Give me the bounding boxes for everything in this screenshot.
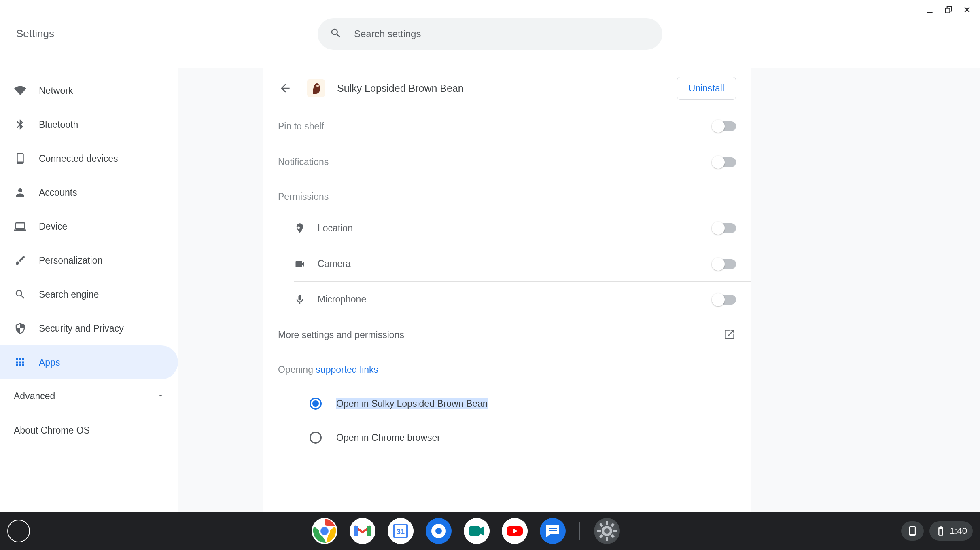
shelf-app-chrome[interactable] bbox=[312, 518, 337, 544]
laptop-icon bbox=[14, 220, 27, 233]
svg-rect-23 bbox=[549, 530, 557, 531]
pin-to-shelf-row: Pin to shelf bbox=[263, 108, 751, 144]
notifications-toggle[interactable] bbox=[713, 157, 736, 167]
sidebar-item-device[interactable]: Device bbox=[0, 209, 178, 243]
microphone-icon bbox=[294, 294, 305, 305]
opening-supported-links: Opening supported links bbox=[263, 353, 751, 387]
shelf-app-files[interactable] bbox=[426, 518, 452, 544]
svg-rect-31 bbox=[611, 523, 615, 527]
sidebar-item-label: Search engine bbox=[39, 289, 99, 300]
permissions-header: Permissions bbox=[263, 180, 751, 210]
supported-links-link[interactable]: supported links bbox=[316, 364, 378, 375]
sidebar-item-label: Personalization bbox=[39, 255, 102, 266]
more-settings-label: More settings and permissions bbox=[278, 330, 723, 341]
sidebar-item-personalization[interactable]: Personalization bbox=[0, 243, 178, 277]
microphone-toggle[interactable] bbox=[713, 295, 736, 305]
sidebar-item-search-engine[interactable]: Search engine bbox=[0, 277, 178, 311]
sidebar-item-label: Connected devices bbox=[39, 153, 118, 164]
notifications-label: Notifications bbox=[278, 157, 713, 167]
radio-label: Open in Chrome browser bbox=[336, 432, 440, 443]
svg-text:31: 31 bbox=[397, 528, 405, 536]
svg-rect-0 bbox=[927, 12, 932, 13]
phone-icon bbox=[14, 152, 27, 165]
shelf-app-settings[interactable] bbox=[594, 518, 620, 544]
search-field[interactable] bbox=[318, 18, 662, 50]
sidebar-item-bluetooth[interactable]: Bluetooth bbox=[0, 108, 178, 142]
radio-button-icon bbox=[310, 398, 322, 410]
radio-open-in-app[interactable]: Open in Sulky Lopsided Brown Bean bbox=[263, 387, 751, 421]
brush-icon bbox=[14, 254, 27, 267]
sidebar-item-label: Accounts bbox=[39, 187, 77, 198]
sidebar-item-label: Network bbox=[39, 85, 73, 96]
more-settings-row[interactable]: More settings and permissions bbox=[263, 317, 751, 353]
notifications-row: Notifications bbox=[263, 144, 751, 180]
radio-label: Open in Sulky Lopsided Brown Bean bbox=[336, 398, 488, 409]
settings-panel: Sulky Lopsided Brown Bean Uninstall Pin … bbox=[263, 68, 751, 512]
battery-icon bbox=[935, 525, 946, 537]
tray-phone-hub[interactable] bbox=[901, 521, 924, 541]
advanced-label: Advanced bbox=[14, 391, 55, 402]
svg-rect-30 bbox=[611, 534, 615, 538]
window-maximize-icon[interactable] bbox=[944, 6, 952, 15]
sidebar-advanced[interactable]: Advanced bbox=[0, 379, 178, 413]
camera-toggle[interactable] bbox=[713, 259, 736, 269]
wifi-icon bbox=[14, 84, 27, 97]
svg-point-4 bbox=[316, 85, 319, 87]
radio-button-icon bbox=[310, 432, 322, 444]
launcher-button[interactable] bbox=[7, 520, 30, 542]
sidebar-item-connected-devices[interactable]: Connected devices bbox=[0, 142, 178, 176]
bluetooth-icon bbox=[14, 118, 27, 131]
shelf-app-gmail[interactable] bbox=[350, 518, 375, 544]
svg-rect-19 bbox=[469, 526, 480, 536]
back-button[interactable] bbox=[278, 81, 293, 95]
sidebar-item-security-privacy[interactable]: Security and Privacy bbox=[0, 311, 178, 345]
shelf-app-meet[interactable] bbox=[464, 518, 490, 544]
svg-rect-28 bbox=[613, 530, 617, 532]
svg-rect-32 bbox=[599, 534, 603, 538]
sidebar-about[interactable]: About Chrome OS bbox=[0, 413, 178, 447]
permission-location-label: Location bbox=[318, 223, 353, 234]
radio-open-in-browser[interactable]: Open in Chrome browser bbox=[263, 421, 751, 455]
window-minimize-icon[interactable] bbox=[926, 6, 934, 15]
sidebar-item-label: Apps bbox=[39, 357, 60, 368]
caret-down-icon bbox=[157, 392, 164, 401]
uninstall-button[interactable]: Uninstall bbox=[677, 77, 736, 100]
magnifier-icon bbox=[14, 288, 27, 301]
svg-rect-27 bbox=[597, 530, 601, 532]
shelf: 31 1:40 bbox=[0, 512, 980, 550]
shelf-app-calendar[interactable]: 31 bbox=[388, 518, 414, 544]
sidebar-item-label: Bluetooth bbox=[39, 119, 78, 130]
sidebar-item-label: Device bbox=[39, 221, 67, 232]
pin-to-shelf-toggle[interactable] bbox=[713, 121, 736, 131]
shelf-separator bbox=[579, 522, 580, 540]
svg-point-8 bbox=[320, 526, 329, 536]
search-input[interactable] bbox=[354, 28, 650, 40]
tray-status[interactable]: 1:40 bbox=[929, 521, 973, 541]
shelf-app-youtube[interactable] bbox=[502, 518, 528, 544]
svg-point-17 bbox=[435, 528, 442, 534]
shelf-app-messages[interactable] bbox=[540, 518, 566, 544]
pin-to-shelf-label: Pin to shelf bbox=[278, 121, 713, 132]
window-close-icon[interactable] bbox=[963, 6, 971, 15]
about-label: About Chrome OS bbox=[14, 425, 90, 436]
open-external-icon bbox=[723, 328, 736, 343]
clock: 1:40 bbox=[950, 526, 967, 536]
location-icon bbox=[294, 222, 305, 234]
svg-rect-25 bbox=[606, 521, 608, 525]
svg-rect-22 bbox=[549, 528, 557, 529]
permission-camera-label: Camera bbox=[318, 258, 351, 269]
page-title: Settings bbox=[16, 28, 54, 40]
sidebar-item-label: Security and Privacy bbox=[39, 323, 124, 334]
search-icon bbox=[330, 27, 354, 41]
camera-icon bbox=[294, 258, 305, 270]
sidebar-item-apps[interactable]: Apps bbox=[0, 345, 178, 379]
svg-rect-10 bbox=[354, 526, 358, 536]
apps-grid-icon bbox=[14, 356, 27, 369]
svg-rect-2 bbox=[946, 8, 950, 13]
sidebar: Network Bluetooth Connected devices Acco… bbox=[0, 68, 178, 512]
sidebar-item-network[interactable]: Network bbox=[0, 74, 178, 108]
person-icon bbox=[14, 186, 27, 199]
location-toggle[interactable] bbox=[713, 223, 736, 233]
svg-rect-29 bbox=[599, 523, 603, 527]
sidebar-item-accounts[interactable]: Accounts bbox=[0, 176, 178, 209]
